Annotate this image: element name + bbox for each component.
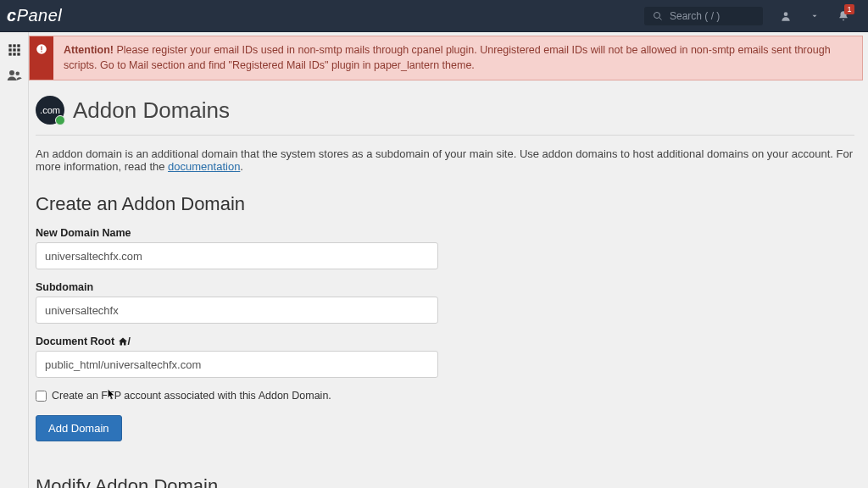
svg-point-12 — [9, 70, 14, 75]
svg-rect-6 — [8, 48, 11, 51]
new-domain-input[interactable] — [36, 242, 438, 269]
svg-point-13 — [15, 72, 19, 76]
top-navbar: cPanel Search ( / ) 1 — [0, 0, 868, 32]
alert-text: Attention! Please register your email ID… — [53, 36, 862, 80]
attention-alert: Attention! Please register your email ID… — [29, 36, 863, 80]
ftp-checkbox[interactable] — [36, 391, 47, 402]
docroot-label: Document Root / — [36, 336, 854, 347]
docroot-input[interactable] — [36, 351, 438, 378]
alert-strong: Attention! — [64, 44, 114, 56]
svg-rect-7 — [13, 48, 15, 51]
logo-text: Panel — [17, 6, 63, 25]
svg-rect-5 — [17, 44, 19, 47]
ftp-checkbox-row: Create an FTP account associated with th… — [36, 390, 854, 402]
sidebar-users[interactable] — [0, 63, 29, 88]
svg-rect-15 — [41, 47, 42, 51]
svg-rect-8 — [17, 48, 19, 51]
new-domain-label: New Domain Name — [36, 227, 854, 239]
users-icon — [7, 68, 22, 83]
user-menu[interactable] — [771, 0, 800, 32]
global-search[interactable]: Search ( / ) — [644, 7, 763, 25]
chevron-down-icon — [810, 12, 819, 20]
home-icon — [118, 336, 128, 347]
logo: cPanel — [7, 6, 62, 25]
svg-line-1 — [659, 17, 662, 19]
global-search-placeholder: Search ( / ) — [670, 10, 720, 22]
alert-icon — [36, 43, 47, 55]
svg-rect-9 — [8, 53, 11, 55]
svg-rect-11 — [17, 53, 19, 55]
svg-rect-16 — [41, 51, 42, 52]
page-title: Addon Domains — [73, 97, 230, 124]
svg-point-0 — [654, 12, 660, 18]
page-icon: .com — [36, 96, 64, 125]
account-dropdown[interactable] — [800, 0, 829, 32]
page-icon-text: .com — [40, 105, 60, 115]
add-domain-button[interactable]: Add Domain — [36, 415, 122, 441]
search-icon — [653, 11, 663, 21]
left-sidebar — [0, 32, 29, 488]
intro-suffix: . — [240, 160, 243, 173]
notifications[interactable]: 1 — [829, 0, 858, 32]
alert-body: Please register your email IDs used in n… — [64, 44, 831, 71]
svg-rect-3 — [8, 44, 11, 47]
grid-icon — [8, 43, 21, 57]
ftp-checkbox-label: Create an FTP account associated with th… — [52, 390, 331, 402]
subdomain-input[interactable] — [36, 297, 438, 324]
svg-point-2 — [784, 12, 788, 16]
sidebar-apps[interactable] — [0, 37, 29, 63]
notification-badge: 1 — [844, 4, 854, 14]
intro-text: An addon domain is an additional domain … — [36, 147, 854, 173]
subdomain-label: Subdomain — [36, 281, 854, 293]
svg-rect-4 — [13, 44, 15, 47]
modify-heading: Modify Addon Domain — [36, 475, 854, 488]
user-icon — [780, 10, 792, 22]
alert-icon-cell — [30, 36, 53, 80]
page-header: .com Addon Domains — [36, 89, 854, 136]
svg-rect-10 — [13, 53, 15, 55]
intro-prefix: An addon domain is an additional domain … — [36, 147, 853, 173]
documentation-link[interactable]: documentation — [168, 160, 240, 173]
create-heading: Create an Addon Domain — [36, 193, 854, 215]
